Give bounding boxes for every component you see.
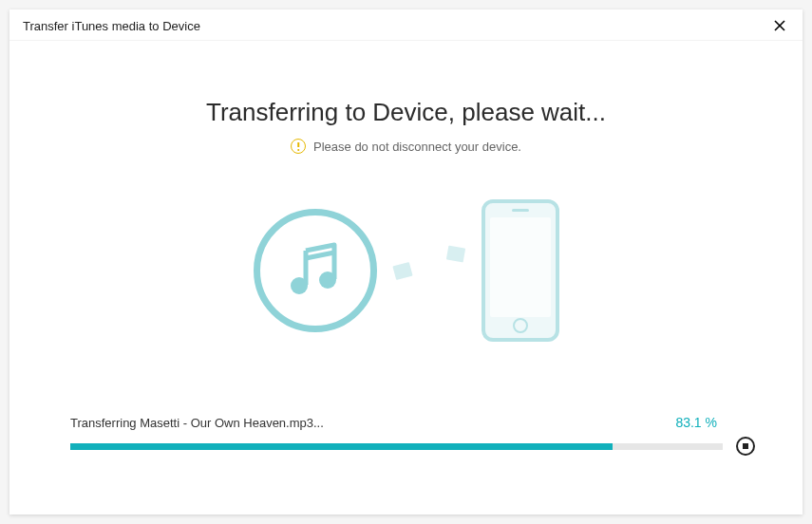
- stop-button[interactable]: [736, 437, 755, 456]
- close-button[interactable]: [766, 15, 793, 36]
- warning-row: Please do not disconnect your device.: [291, 139, 521, 154]
- svg-point-4: [291, 277, 308, 294]
- music-icon: [254, 209, 377, 332]
- progress-area: Transferring Masetti - Our Own Heaven.mp…: [70, 415, 755, 456]
- titlebar: Transfer iTunes media to Device: [9, 9, 803, 41]
- progress-labels: Transferring Masetti - Our Own Heaven.mp…: [70, 415, 755, 430]
- file-chip-icon: [445, 246, 464, 263]
- window-title: Transfer iTunes media to Device: [23, 19, 200, 33]
- file-chip-icon: [392, 261, 412, 279]
- page-title: Transferring to Device, please wait...: [206, 98, 606, 127]
- close-icon: [773, 19, 786, 32]
- svg-line-3: [306, 253, 334, 258]
- progress-fill: [70, 443, 613, 450]
- svg-point-5: [319, 271, 336, 289]
- percent-label: 83.1 %: [675, 415, 717, 430]
- progress-row: [70, 437, 755, 456]
- warning-icon: [291, 139, 306, 154]
- warning-text: Please do not disconnect your device.: [313, 140, 521, 154]
- transfer-animation: [394, 264, 464, 278]
- transfer-illustration: [9, 199, 803, 342]
- current-file-label: Transferring Masetti - Our Own Heaven.mp…: [70, 416, 324, 430]
- phone-screen: [490, 217, 551, 317]
- dialog-window: Transfer iTunes media to Device Transfer…: [9, 9, 803, 515]
- phone-icon: [482, 199, 559, 342]
- progress-bar: [70, 443, 723, 450]
